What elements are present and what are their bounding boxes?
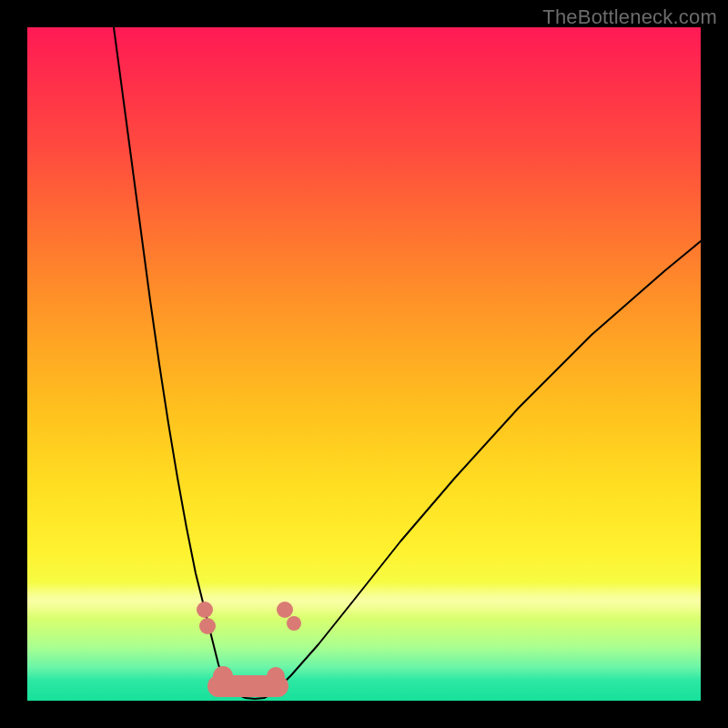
marker-bottom-extra1 [213, 666, 233, 686]
marker-left-upper-dot [197, 602, 213, 618]
marker-right-upper-dot [277, 602, 293, 618]
outer-frame: TheBottleneck.com [0, 0, 728, 728]
marker-right-upper-dot2 [287, 616, 301, 631]
curve-right-branch [273, 241, 701, 693]
marker-bottom-extra2 [267, 667, 285, 685]
watermark-text: TheBottleneck.com [542, 5, 717, 29]
chart-svg [27, 27, 701, 701]
plot-area [27, 27, 701, 701]
curve-left-branch [114, 27, 228, 687]
marker-left-upper-dot2 [199, 618, 216, 634]
